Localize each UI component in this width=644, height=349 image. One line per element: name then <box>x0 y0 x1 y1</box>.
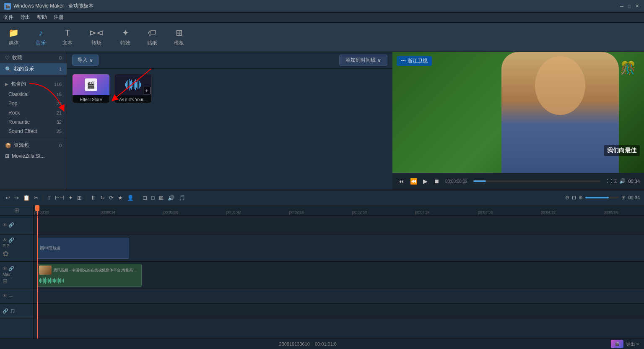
import-button[interactable]: 导入 ∨ <box>72 55 99 66</box>
menu-help[interactable]: 帮助 <box>37 14 47 21</box>
toolbar-text[interactable]: T 文本 <box>62 28 73 47</box>
play-btn[interactable]: ▶ <box>421 177 429 185</box>
effect-tool-btn[interactable]: ✦ <box>67 194 74 202</box>
ruler-line-0 <box>34 212 35 215</box>
statusbar: 230919133610 00:01:01:8 🎬 导出 > <box>0 339 644 349</box>
text-tool-btn[interactable]: T <box>46 194 52 202</box>
sidebar-item-sound-effect[interactable]: Sound Effect 25 <box>0 127 67 136</box>
music-tool-btn[interactable]: 🎵 <box>177 194 187 202</box>
link-icon-overlay[interactable]: 🔗 <box>8 222 14 228</box>
sidebar-item-pop[interactable]: Pop 23 <box>0 99 67 108</box>
toolbar-template[interactable]: ⊞ 模板 <box>174 28 184 47</box>
minimize-btn[interactable]: ─ <box>619 3 625 9</box>
audio-sync-btn[interactable]: 🔊 <box>166 194 176 202</box>
separator-3 <box>138 194 138 201</box>
pause-btn[interactable]: ⏸ <box>89 194 97 202</box>
menu-export[interactable]: 导出 <box>20 14 30 21</box>
crop-tool-btn[interactable]: ⊡ <box>141 194 148 202</box>
toolbar-effect[interactable]: ✦ 特效 <box>120 28 130 47</box>
toolbar-text-label: 文本 <box>62 39 73 47</box>
close-btn[interactable]: ✕ <box>634 3 640 9</box>
volume-btn[interactable]: 🔊 <box>619 178 626 184</box>
fullscreen-btn[interactable]: ⛶ <box>607 178 612 184</box>
sidebar-item-resource-pack[interactable]: 📦 资源包 0 <box>0 140 67 151</box>
link-icon-audio[interactable]: 🔗 <box>3 308 8 314</box>
frame-btn[interactable]: □ <box>150 194 156 202</box>
rotate-cw-btn[interactable]: ↻ <box>99 194 106 202</box>
zoom-in-btn[interactable]: ⊕ <box>579 195 583 201</box>
eye-icon-main[interactable]: 👁 <box>3 266 7 271</box>
media-item-effect-store[interactable]: 🎬 Effect Store <box>72 74 110 103</box>
maximize-btn[interactable]: □ <box>626 3 632 9</box>
midi-icon: ⊢ <box>8 293 13 300</box>
sidebar-item-classical[interactable]: Classical 15 <box>0 90 67 99</box>
preview-video: 〜 浙江卫视 我们向最佳 🎊 <box>392 52 644 173</box>
menu-file[interactable]: 文件 <box>3 14 13 21</box>
toolbar-media[interactable]: 📁 媒体 <box>8 28 19 47</box>
crop-btn[interactable]: ⊡ <box>613 178 618 184</box>
transition-icon: ⊳⊲ <box>89 28 104 38</box>
fit-btn[interactable]: ⊡ <box>572 195 576 201</box>
menu-register[interactable]: 注册 <box>54 14 64 21</box>
progress-bar[interactable] <box>473 180 601 182</box>
music-icon: ♪ <box>39 28 43 38</box>
rotate-ccw-btn[interactable]: ⟳ <box>108 194 115 202</box>
sidebar-item-my-music[interactable]: 🔍 我的音乐 1 <box>0 63 67 75</box>
sidebar-item-romantic[interactable]: Romantic 32 <box>0 117 67 127</box>
toolbar-transition-label: 转场 <box>91 39 101 47</box>
add-track-header: ⊞ <box>0 205 33 216</box>
add-track-icon[interactable]: ⊞ <box>14 207 19 214</box>
link-icon-pip[interactable]: 🔗 <box>8 237 14 243</box>
toolbar-music-label: 音乐 <box>36 39 46 47</box>
person-btn[interactable]: 👤 <box>126 194 135 202</box>
ruler-mark-2: 00:01:08 <box>164 210 178 214</box>
ruler-mark-5: 00:02:50 <box>352 210 367 214</box>
playhead-marker[interactable] <box>37 205 38 215</box>
export-btn[interactable]: 导出 > <box>626 341 639 347</box>
copy-btn[interactable]: 📋 <box>22 194 31 202</box>
link-icon-main[interactable]: 🔗 <box>8 266 14 271</box>
split-btn[interactable]: ⊢⊣ <box>54 194 65 202</box>
overlay-btn[interactable]: ⊞ <box>76 194 83 202</box>
moviezilla-icon: ⊞ <box>5 153 9 159</box>
undo-btn[interactable]: ↩ <box>4 194 11 202</box>
rock-count: 21 <box>57 110 62 115</box>
zoom-out-btn[interactable]: ⊖ <box>565 195 569 201</box>
music-icon-audio[interactable]: 🎵 <box>10 308 16 314</box>
rewind-btn[interactable]: ⏪ <box>408 177 419 185</box>
eye-icon-midi[interactable]: 👁 <box>3 293 7 300</box>
main-clip-thumb <box>39 266 52 275</box>
toolbar-transition[interactable]: ⊳⊲ 转场 <box>89 28 104 47</box>
timeline-tracks[interactable]: 00:00:00 00:00:34 00:01:08 00:01:42 00:0… <box>34 205 644 339</box>
main-clip[interactable]: 腾讯视频 - 中国领先的在线视频媒体平台,海量高清视频在 00:00 <box>37 264 142 287</box>
add-timeline-button[interactable]: 添加到时间线 ∨ <box>339 55 387 66</box>
sidebar-item-moviezilla[interactable]: ⊞ MovieZilla St... <box>0 151 67 161</box>
pip-clip[interactable]: 画中国航道 <box>37 238 129 259</box>
media-item-music[interactable]: ✕ <box>114 74 152 103</box>
redo-btn[interactable]: ↪ <box>13 194 20 202</box>
cut-btn[interactable]: ✂ <box>33 194 40 202</box>
rock-label: Rock <box>8 110 20 116</box>
group-btn[interactable]: ⊠ <box>158 194 165 202</box>
eye-icon-pip[interactable]: 👁 <box>3 237 7 243</box>
titlebar-controls[interactable]: ─ □ ✕ <box>619 3 640 9</box>
included-count: 116 <box>54 82 62 87</box>
titlebar: 🎬 Windows Movie Maker - 全功能板本 ─ □ ✕ <box>0 0 644 13</box>
eye-icon-overlay[interactable]: 👁 <box>3 222 7 228</box>
prev-frame-btn[interactable]: ⏮ <box>397 177 406 185</box>
sidebar-item-rock[interactable]: Rock 21 <box>0 108 67 117</box>
track-header-pip: 👁 🔗 PIP ✿ <box>0 234 33 262</box>
star-btn[interactable]: ★ <box>117 194 124 202</box>
sound-effect-label: Sound Effect <box>8 128 37 134</box>
toolbar-music[interactable]: ♪ 音乐 <box>36 28 46 47</box>
add-track-btn[interactable]: ⊞ <box>621 195 626 201</box>
sidebar-item-included[interactable]: ▶ 包含的 116 <box>0 78 67 90</box>
toolbar-sticker[interactable]: 🏷 贴纸 <box>147 28 157 47</box>
pip-icon: ✿ <box>3 249 9 258</box>
stop-btn[interactable]: ⏹ <box>432 177 441 185</box>
media-item-add-btn[interactable]: + <box>143 87 151 94</box>
zoom-slider[interactable] <box>585 197 619 198</box>
track-row-midi <box>34 289 644 304</box>
separator-1 <box>43 194 43 201</box>
sidebar-item-favorites[interactable]: ♡ 收藏 0 <box>0 52 67 63</box>
